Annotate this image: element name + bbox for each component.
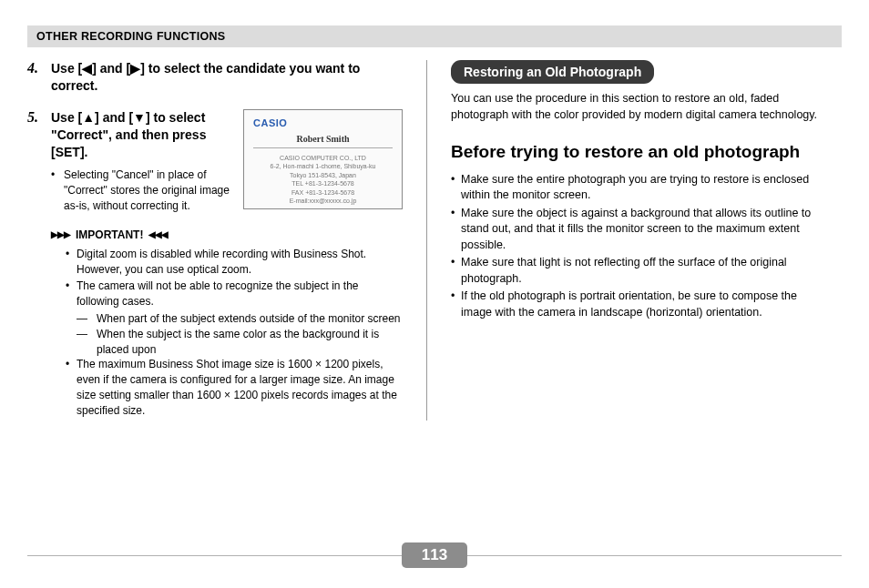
business-card-sample: CASIO Robert Smith CASIO COMPUTER CO., L… xyxy=(243,109,403,209)
content-columns: 4. Use [◀] and [▶] to select the candida… xyxy=(27,60,842,421)
list-item: •If the old photograph is portrait orien… xyxy=(451,289,825,320)
right-column: Restoring an Old Photograph You can use … xyxy=(426,60,825,421)
arrow-right-icon: ▶▶▶ xyxy=(51,229,70,239)
step-note: • Selecting "Cancel" in place of "Correc… xyxy=(51,167,230,213)
card-name: Robert Smith xyxy=(253,134,393,148)
step-number: 4. xyxy=(27,60,51,95)
subsection-heading: Before trying to restore an old photogra… xyxy=(451,141,825,163)
triangle-down-icon: ▼ xyxy=(133,110,146,125)
dash-item: —When part of the subject extends outsid… xyxy=(77,311,403,327)
section-header: OTHER RECORDING FUNCTIONS xyxy=(27,25,842,47)
card-details: CASIO COMPUTER CO., LTD 6-2, Hon-machi 1… xyxy=(253,154,393,206)
bullet-dot: • xyxy=(51,167,64,213)
triangle-up-icon: ▲ xyxy=(82,110,95,125)
left-column: 4. Use [◀] and [▶] to select the candida… xyxy=(27,60,426,421)
important-list: •Digital zoom is disabled while recordin… xyxy=(66,247,403,419)
list-item: •The maximum Business Shot image size is… xyxy=(66,357,403,418)
page-footer: 113 xyxy=(27,542,842,568)
list-item: •Make sure the object is against a backg… xyxy=(451,206,825,254)
arrow-left-icon: ◀◀◀ xyxy=(148,229,168,239)
step-number: 5. xyxy=(27,109,51,214)
section-pill: Restoring an Old Photograph xyxy=(451,60,654,84)
triangle-right-icon: ▶ xyxy=(130,61,140,76)
bullet-list: •Make sure the entire photograph you are… xyxy=(451,172,825,321)
footer-rule xyxy=(467,555,842,556)
page-number: 113 xyxy=(402,542,467,568)
intro-paragraph: You can use the procedure in this sectio… xyxy=(451,91,825,123)
list-item: •Digital zoom is disabled while recordin… xyxy=(66,247,403,278)
step-title: Use [▲] and [▼] to select "Correct", and… xyxy=(51,110,206,159)
important-heading: ▶▶▶ IMPORTANT! ◀◀◀ xyxy=(51,228,403,241)
dash-item: —When the subject is the same color as t… xyxy=(77,327,403,358)
list-item: •Make sure that light is not reflecting … xyxy=(451,255,825,287)
step-4: 4. Use [◀] and [▶] to select the candida… xyxy=(27,60,403,95)
list-item: •The camera will not be able to recogniz… xyxy=(66,279,403,309)
card-logo: CASIO xyxy=(253,117,393,128)
footer-rule xyxy=(27,555,402,556)
list-item: •Make sure the entire photograph you are… xyxy=(451,172,825,204)
step-5: 5. Use [▲] and [▼] to select "Correct", … xyxy=(27,109,403,214)
triangle-left-icon: ◀ xyxy=(82,61,92,76)
step-title: Use [◀] and [▶] to select the candidate … xyxy=(51,61,360,93)
